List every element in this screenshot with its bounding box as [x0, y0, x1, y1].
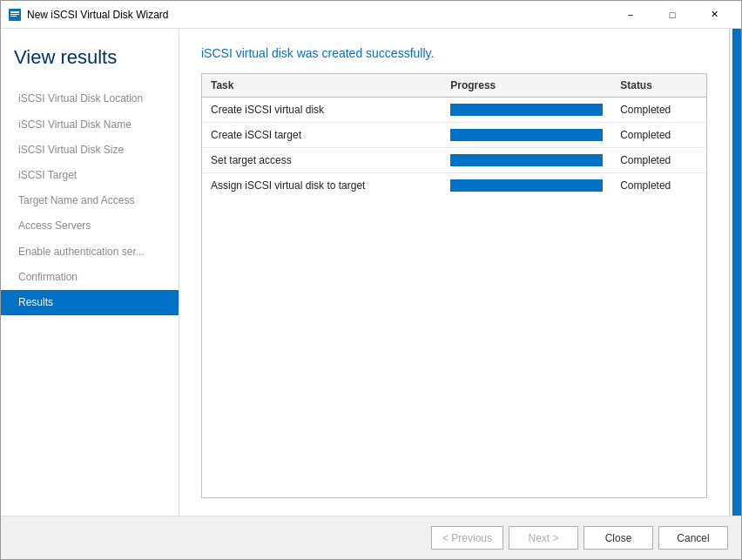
close-button[interactable]: Close — [583, 526, 653, 550]
next-button[interactable]: Next > — [509, 526, 578, 550]
progress-bar-background — [450, 154, 603, 166]
results-table: Task Progress Status Create iSCSI virtua… — [202, 74, 706, 198]
progress-cell — [442, 173, 611, 199]
window-controls: − □ ✕ — [610, 1, 734, 29]
col-task: Task — [202, 74, 442, 98]
task-cell: Set target access — [202, 148, 442, 173]
results-table-wrapper: Task Progress Status Create iSCSI virtua… — [201, 73, 707, 498]
content-area: View results iSCSI Virtual Disk Location… — [1, 29, 741, 516]
sidebar-item-access-servers[interactable]: Access Servers — [1, 213, 179, 239]
table-row: Create iSCSI virtual diskCompleted — [202, 98, 706, 123]
sidebar-title: View results — [1, 46, 179, 86]
status-cell: Completed — [611, 98, 706, 123]
status-cell: Completed — [611, 173, 706, 199]
sidebar-item-iscsi-virtual-disk-size[interactable]: iSCSI Virtual Disk Size — [1, 138, 179, 163]
task-cell: Assign iSCSI virtual disk to target — [202, 173, 442, 199]
wizard-footer: < Previous Next > Close Cancel — [1, 516, 741, 559]
task-cell: Create iSCSI virtual disk — [202, 98, 442, 123]
sidebar-item-iscsi-target[interactable]: iSCSI Target — [1, 163, 179, 188]
progress-cell — [442, 98, 611, 123]
sidebar-item-target-name-and-access[interactable]: Target Name and Access — [1, 188, 179, 213]
sidebar-item-enable-authentication[interactable]: Enable authentication ser... — [1, 240, 179, 265]
table-row: Create iSCSI targetCompleted — [202, 123, 706, 148]
table-row: Assign iSCSI virtual disk to targetCompl… — [202, 173, 706, 199]
progress-bar-fill — [450, 104, 603, 116]
svg-rect-3 — [10, 16, 17, 17]
cancel-button[interactable]: Cancel — [658, 526, 728, 550]
col-progress: Progress — [442, 74, 611, 98]
sidebar-item-iscsi-virtual-disk-name[interactable]: iSCSI Virtual Disk Name — [1, 112, 179, 138]
col-status: Status — [611, 74, 706, 98]
table-header-row: Task Progress Status — [202, 74, 706, 98]
svg-rect-2 — [10, 14, 19, 15]
app-icon — [8, 8, 22, 22]
maximize-button[interactable]: □ — [652, 1, 692, 29]
progress-bar-fill — [450, 154, 603, 166]
progress-cell — [442, 148, 611, 173]
wizard-window: New iSCSI Virtual Disk Wizard − □ ✕ View… — [0, 0, 742, 560]
progress-bar-fill — [450, 129, 603, 141]
table-row: Set target accessCompleted — [202, 148, 706, 173]
progress-bar-background — [450, 129, 603, 141]
progress-bar-background — [450, 179, 603, 192]
success-message: iSCSI virtual disk was created successfu… — [201, 46, 707, 60]
sidebar-item-results[interactable]: Results — [1, 290, 179, 315]
close-window-button[interactable]: ✕ — [694, 1, 734, 29]
sidebar-item-confirmation[interactable]: Confirmation — [1, 265, 179, 290]
accent-bar — [732, 29, 741, 516]
main-content: iSCSI virtual disk was created successfu… — [179, 29, 729, 516]
previous-button[interactable]: < Previous — [431, 526, 503, 550]
progress-bar-background — [450, 104, 603, 116]
svg-rect-1 — [10, 11, 19, 13]
progress-cell — [442, 123, 611, 148]
sidebar-item-iscsi-virtual-disk-location[interactable]: iSCSI Virtual Disk Location — [1, 86, 179, 111]
task-cell: Create iSCSI target — [202, 123, 442, 148]
progress-bar-fill — [450, 179, 603, 192]
sidebar: View results iSCSI Virtual Disk Location… — [1, 29, 179, 516]
status-cell: Completed — [611, 123, 706, 148]
status-cell: Completed — [611, 148, 706, 173]
window-title: New iSCSI Virtual Disk Wizard — [27, 9, 610, 21]
minimize-button[interactable]: − — [610, 1, 651, 29]
scrollbar-area — [729, 29, 741, 516]
title-bar: New iSCSI Virtual Disk Wizard − □ ✕ — [1, 1, 741, 29]
